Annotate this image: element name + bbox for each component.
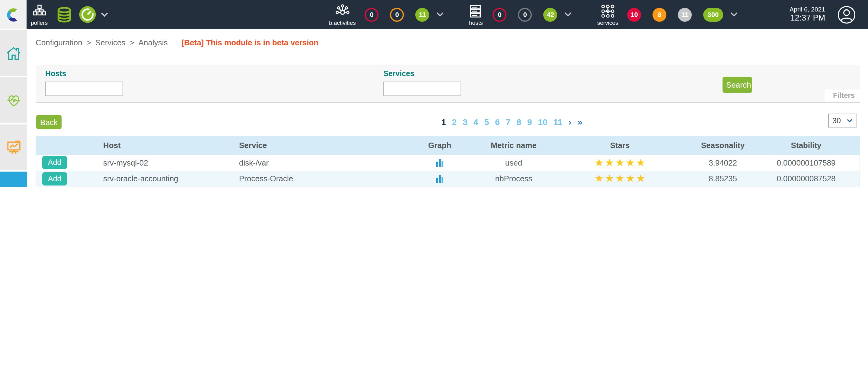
topbar: pollers xyxy=(0,0,868,29)
heart-pulse-icon xyxy=(5,92,22,109)
page-link-8[interactable]: 8 xyxy=(517,117,521,126)
bactivities-label: b.activities xyxy=(329,19,356,26)
bactivities-group: b.activities 0011 xyxy=(329,3,443,26)
page-size-select[interactable]: 30 xyxy=(828,114,857,127)
services-menu[interactable]: services xyxy=(597,3,618,26)
star-icon: ★ xyxy=(636,174,646,184)
hosts-status-badge[interactable]: 0 xyxy=(493,7,507,22)
gear-icon xyxy=(5,186,22,187)
breadcrumb-analysis[interactable]: Analysis xyxy=(138,38,168,47)
bactivities-menu[interactable]: b.activities xyxy=(329,3,356,26)
breadcrumb-configuration[interactable]: Configuration xyxy=(36,38,83,47)
filters-toggle[interactable]: Filters xyxy=(825,89,860,102)
services-status-badge[interactable]: 300 xyxy=(703,7,723,22)
hosts-filter-label: Hosts xyxy=(45,69,123,78)
next-page-icon[interactable]: › xyxy=(568,117,571,127)
sidebar-item-reporting[interactable] xyxy=(0,124,27,170)
star-icon: ★ xyxy=(595,174,604,184)
home-icon xyxy=(5,45,22,61)
poller-menu[interactable]: pollers xyxy=(31,3,48,26)
beta-notice: [Beta] This module is in beta version xyxy=(182,38,319,47)
services-status-badge[interactable]: 11 xyxy=(678,7,692,22)
time-text: 12:37 PM xyxy=(789,13,825,24)
add-button[interactable]: Add xyxy=(42,156,67,170)
page-link-10[interactable]: 10 xyxy=(538,117,547,126)
centreon-logo[interactable] xyxy=(0,0,27,29)
page-link-5[interactable]: 5 xyxy=(484,117,489,126)
sidebar-item-home[interactable] xyxy=(0,30,27,76)
seasonality-cell: 3.94022 xyxy=(693,158,753,167)
table-body: Add srv-mysql-02 disk-/var used ★★★★★ 3.… xyxy=(36,155,860,187)
services-group: services 10811300 xyxy=(597,3,736,26)
page-link-7[interactable]: 7 xyxy=(506,117,511,126)
pollers-label: pollers xyxy=(31,19,48,26)
header-graph: Graph xyxy=(399,141,480,150)
pagination: 1234567891011 › » xyxy=(441,117,583,127)
hosts-filter-input[interactable] xyxy=(45,82,123,96)
page-link-9[interactable]: 9 xyxy=(527,117,532,126)
analysis-table: Host Service Graph Metric name Stars Sea… xyxy=(36,136,860,187)
bactivities-chevron-down-icon[interactable] xyxy=(437,10,444,17)
services-filter-input[interactable] xyxy=(383,82,461,96)
page-link-1[interactable]: 1 xyxy=(441,117,446,126)
host-cell: srv-mysql-02 xyxy=(94,158,230,167)
last-page-icon[interactable]: » xyxy=(577,117,583,127)
filter-panel: Hosts Services Search Filters xyxy=(36,65,860,103)
page-link-4[interactable]: 4 xyxy=(473,117,478,126)
seasonality-cell: 8.85235 xyxy=(693,174,753,183)
hosts-menu[interactable]: hosts xyxy=(468,3,484,26)
gauge-status-icon[interactable] xyxy=(79,5,97,24)
star-rating: ★★★★★ xyxy=(595,158,646,168)
hosts-status-badge[interactable]: 42 xyxy=(544,7,557,22)
header-service: Service xyxy=(230,141,399,150)
star-icon: ★ xyxy=(595,158,604,168)
centreon-app: pollers xyxy=(0,0,868,187)
metric-cell: used xyxy=(480,158,547,167)
select-chevron-down-icon xyxy=(846,118,853,123)
table-row: Add srv-oracle-accounting Process-Oracle… xyxy=(36,171,860,187)
star-icon: ★ xyxy=(626,174,635,184)
page-link-2[interactable]: 2 xyxy=(452,117,457,126)
star-icon: ★ xyxy=(615,174,625,184)
page-link-11[interactable]: 11 xyxy=(554,117,563,126)
toolbar: Back 1234567891011 › » 30 xyxy=(36,111,860,136)
stability-cell: 0.000000107589 xyxy=(753,158,860,167)
page-link-3[interactable]: 3 xyxy=(463,117,467,126)
header-metric-name: Metric name xyxy=(480,141,547,150)
main-content: Configuration > Services > Analysis [Bet… xyxy=(27,29,868,187)
hosts-chevron-down-icon[interactable] xyxy=(565,10,571,17)
star-icon: ★ xyxy=(605,174,614,184)
back-button[interactable]: Back xyxy=(36,115,62,129)
poller-chevron-down-icon[interactable] xyxy=(101,10,108,17)
star-icon: ★ xyxy=(626,158,635,168)
sidebar-item-configuration[interactable] xyxy=(0,172,27,187)
search-button[interactable]: Search xyxy=(722,77,752,93)
database-status-icon[interactable] xyxy=(56,5,73,24)
bactivities-status-badge[interactable]: 0 xyxy=(390,7,404,22)
server-stack-icon xyxy=(468,3,484,19)
chart-board-icon xyxy=(5,139,22,156)
host-cell: srv-oracle-accounting xyxy=(94,174,230,183)
sidebar xyxy=(0,29,27,187)
page-link-6[interactable]: 6 xyxy=(495,117,500,126)
breadcrumb-services[interactable]: Services xyxy=(95,38,126,47)
graph-cell xyxy=(399,175,480,183)
header-host: Host xyxy=(94,141,230,150)
star-icon: ★ xyxy=(605,158,614,168)
sidebar-item-monitoring[interactable] xyxy=(0,77,27,123)
user-menu[interactable] xyxy=(837,5,856,24)
graph-cell xyxy=(399,159,480,167)
bactivities-status-badge[interactable]: 11 xyxy=(415,7,430,22)
graph-icon[interactable] xyxy=(436,159,444,167)
hosts-status-badge[interactable]: 0 xyxy=(518,7,532,22)
services-chevron-down-icon[interactable] xyxy=(731,10,737,17)
pollers-icon xyxy=(32,3,47,19)
star-icon: ★ xyxy=(636,158,646,168)
bactivities-status-badge[interactable]: 0 xyxy=(365,7,379,22)
hub-icon xyxy=(334,3,350,19)
graph-icon[interactable] xyxy=(436,175,444,183)
add-button[interactable]: Add xyxy=(42,172,67,185)
service-cell: disk-/var xyxy=(230,158,399,167)
services-status-badge[interactable]: 8 xyxy=(652,7,666,22)
services-status-badge[interactable]: 10 xyxy=(627,7,641,22)
